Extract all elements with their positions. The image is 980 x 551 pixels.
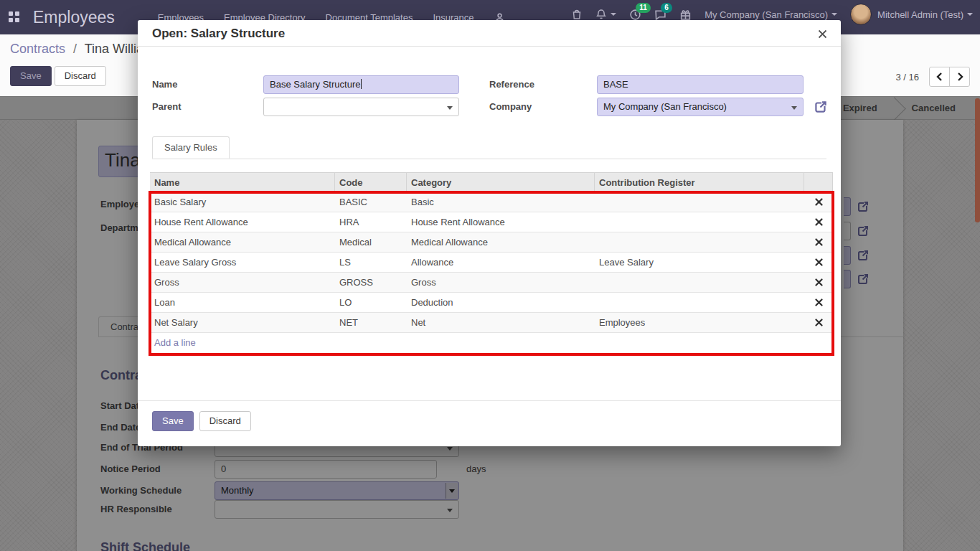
user-name: Mitchell Admin (Test)	[877, 9, 963, 20]
cell-category: Basic	[407, 192, 595, 212]
modal-header: Open: Salary Structure	[138, 20, 841, 47]
apps-grid-icon[interactable]	[9, 11, 20, 23]
cell-code: LS	[335, 253, 407, 272]
cell-category: Net	[407, 313, 595, 332]
cell-code: HRA	[335, 212, 407, 232]
reference-label: Reference	[489, 75, 534, 94]
delete-cell	[804, 192, 833, 212]
cell-name: Basic Salary	[150, 192, 335, 212]
cell-code: NET	[335, 313, 407, 332]
salary-rule-row-medical-allowance[interactable]: Medical AllowanceMedicalMedical Allowanc…	[150, 232, 833, 253]
bag-icon[interactable]	[571, 9, 583, 20]
modal-discard-button[interactable]: Discard	[199, 411, 251, 431]
chevron-down-icon	[791, 106, 797, 110]
cell-name: Leave Salary Gross	[150, 253, 335, 272]
save-button[interactable]: Save	[10, 66, 52, 86]
delete-row-icon[interactable]	[815, 298, 823, 306]
column-header-code[interactable]: Code	[335, 173, 407, 192]
name-label: Name	[152, 75, 177, 94]
clock-icon[interactable]: 11	[629, 9, 641, 21]
avatar	[850, 4, 872, 25]
salary-rule-row-loan[interactable]: LoanLODeduction	[150, 293, 833, 313]
pager-next-button[interactable]	[949, 67, 970, 87]
breadcrumb-link-contracts[interactable]: Contracts	[10, 42, 65, 56]
external-link-icon[interactable]	[813, 99, 829, 117]
screen: Employees EmployeesEmployee DirectoryDoc…	[0, 0, 980, 551]
company-label: Company	[489, 98, 532, 116]
cell-contribution-register	[595, 212, 804, 232]
company-combobox[interactable]: My Company (San Francisco)	[597, 98, 804, 116]
tab-salary-rules[interactable]: Salary Rules	[152, 136, 230, 159]
text-cursor	[361, 79, 362, 89]
gift-icon[interactable]	[679, 9, 692, 21]
chevron-down-icon	[831, 13, 837, 16]
chevron-down-icon	[447, 106, 453, 110]
cell-name: Gross	[150, 273, 335, 292]
add-a-line-link[interactable]: Add a line	[150, 333, 833, 353]
column-header-delete	[804, 173, 833, 192]
column-header-category[interactable]: Category	[407, 173, 595, 192]
delete-row-icon[interactable]	[815, 258, 823, 266]
delete-row-icon[interactable]	[815, 198, 823, 206]
salary-rule-row-leave-salary-gross[interactable]: Leave Salary GrossLSAllowanceLeave Salar…	[150, 253, 833, 273]
name-input[interactable]: Base Salary Structure	[263, 75, 459, 94]
modal-title: Open: Salary Structure	[152, 20, 285, 47]
cell-code: BASIC	[335, 192, 407, 212]
message-count-badge: 6	[661, 3, 672, 13]
close-icon[interactable]	[815, 27, 829, 41]
column-header-name[interactable]: Name	[150, 173, 335, 192]
cell-name: Net Salary	[150, 313, 335, 332]
app-title[interactable]: Employees	[33, 8, 115, 27]
delete-cell	[804, 293, 833, 312]
delete-row-icon[interactable]	[815, 218, 823, 226]
salary-rule-row-net-salary[interactable]: Net SalaryNETNetEmployees	[150, 313, 833, 333]
salary-rules-table: Name Code Category Contribution Register…	[150, 172, 833, 353]
modal-footer-divider	[138, 400, 841, 401]
salary-rule-row-basic-salary[interactable]: Basic SalaryBASICBasic	[150, 192, 833, 212]
cell-category: Gross	[407, 273, 595, 292]
delete-cell	[804, 253, 833, 272]
modal-tab-strip-line	[152, 159, 826, 159]
modal-save-button[interactable]: Save	[152, 411, 194, 431]
bell-icon[interactable]	[595, 9, 616, 20]
cell-contribution-register	[595, 192, 804, 212]
control-panel-buttons: Save Discard	[10, 66, 106, 86]
cell-code: LO	[335, 293, 407, 312]
cell-name: Loan	[150, 293, 335, 312]
scrollbar-thumb[interactable]	[975, 98, 980, 222]
salary-structure-modal: Open: Salary Structure Name Base Salary …	[138, 20, 841, 446]
salary-rule-row-house-rent-allowance[interactable]: House Rent AllowanceHRAHouse Rent Allowa…	[150, 212, 833, 232]
chat-icon[interactable]: 6	[654, 9, 666, 21]
delete-cell	[804, 232, 833, 252]
user-menu[interactable]: Mitchell Admin (Test)	[850, 4, 973, 25]
delete-row-icon[interactable]	[815, 238, 823, 246]
delete-cell	[804, 313, 833, 332]
discard-button[interactable]: Discard	[55, 66, 106, 86]
cell-category: Deduction	[407, 293, 595, 312]
delete-row-icon[interactable]	[815, 319, 823, 326]
cell-category: Medical Allowance	[407, 232, 595, 252]
column-header-contribution-register[interactable]: Contribution Register	[595, 173, 804, 192]
cell-contribution-register	[595, 273, 804, 292]
parent-combobox[interactable]	[263, 98, 459, 116]
company-switcher[interactable]: My Company (San Francisco)	[705, 9, 837, 20]
activity-count-badge: 11	[636, 3, 651, 13]
delete-row-icon[interactable]	[815, 278, 823, 286]
company-name: My Company (San Francisco)	[705, 9, 828, 20]
cell-contribution-register	[595, 293, 804, 312]
reference-input[interactable]: BASE	[597, 75, 804, 94]
table-header-row: Name Code Category Contribution Register	[150, 172, 833, 192]
cell-contribution-register	[595, 232, 804, 252]
chevron-down-icon	[611, 13, 616, 16]
cell-code: Medical	[335, 232, 407, 252]
cell-name: Medical Allowance	[150, 232, 335, 252]
pager-previous-button[interactable]	[929, 67, 950, 87]
chevron-down-icon	[967, 13, 973, 16]
cell-name: House Rent Allowance	[150, 212, 335, 232]
pager-value: 3 / 16	[895, 72, 919, 83]
cell-category: House Rent Allowance	[407, 212, 595, 232]
cell-category: Allowance	[407, 253, 595, 272]
salary-rule-row-gross[interactable]: GrossGROSSGross	[150, 273, 833, 293]
pager: 3 / 16	[895, 67, 970, 87]
modal-footer: Save Discard	[152, 411, 251, 431]
